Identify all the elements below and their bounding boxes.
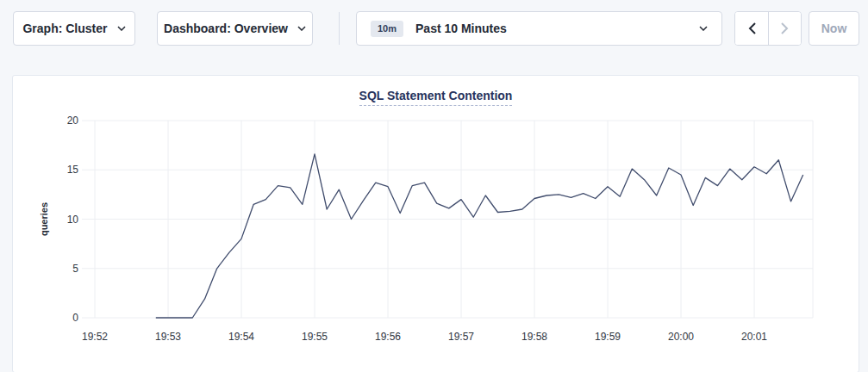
y-tick-label: 5 xyxy=(72,263,78,275)
time-range-dropdown[interactable]: 10m Past 10 Minutes xyxy=(356,11,722,46)
y-axis-label: queries xyxy=(39,202,49,236)
sql-contention-line-chart: 0510152019:5219:5319:5419:5519:5619:5719… xyxy=(13,76,859,372)
x-tick-label: 19:57 xyxy=(448,331,474,343)
y-tick-label: 20 xyxy=(67,115,79,127)
toolbar-divider xyxy=(339,12,340,45)
x-tick-label: 19:54 xyxy=(228,331,254,343)
dashboard-dropdown[interactable]: Dashboard: Overview xyxy=(157,11,313,46)
now-button[interactable]: Now xyxy=(809,11,859,46)
time-prev-button[interactable] xyxy=(735,12,768,45)
dashboard-dropdown-label: Dashboard: Overview xyxy=(164,22,288,35)
chevron-down-icon xyxy=(699,26,708,31)
graph-scope-dropdown[interactable]: Graph: Cluster xyxy=(13,11,135,46)
chart-title-row: SQL Statement Contention xyxy=(13,88,859,106)
x-tick-label: 19:53 xyxy=(155,331,181,343)
chevron-down-icon xyxy=(297,26,306,31)
series-line xyxy=(156,154,803,318)
chevron-right-icon xyxy=(781,22,789,34)
chevron-left-icon xyxy=(748,22,756,34)
time-range-badge: 10m xyxy=(371,21,403,37)
time-next-button[interactable] xyxy=(768,12,801,45)
x-tick-label: 19:56 xyxy=(375,331,401,343)
chart-card: 0510152019:5219:5319:5419:5519:5619:5719… xyxy=(12,75,859,372)
x-tick-label: 19:52 xyxy=(82,331,108,343)
time-range-label: Past 10 Minutes xyxy=(415,22,507,35)
db-console-metrics-page: Graph: Cluster Dashboard: Overview 10m P… xyxy=(0,0,868,372)
chevron-down-icon xyxy=(117,26,126,31)
chart-title[interactable]: SQL Statement Contention xyxy=(359,89,513,106)
graph-scope-dropdown-label: Graph: Cluster xyxy=(22,22,107,35)
x-tick-label: 19:58 xyxy=(521,331,547,343)
x-tick-label: 19:59 xyxy=(595,331,621,343)
x-tick-label: 20:00 xyxy=(668,331,694,343)
x-tick-label: 19:55 xyxy=(302,331,328,343)
y-tick-label: 15 xyxy=(67,164,79,176)
y-tick-label: 0 xyxy=(72,312,78,324)
time-window-pager xyxy=(734,11,802,46)
y-tick-label: 10 xyxy=(67,214,79,226)
x-tick-label: 20:01 xyxy=(741,331,767,343)
